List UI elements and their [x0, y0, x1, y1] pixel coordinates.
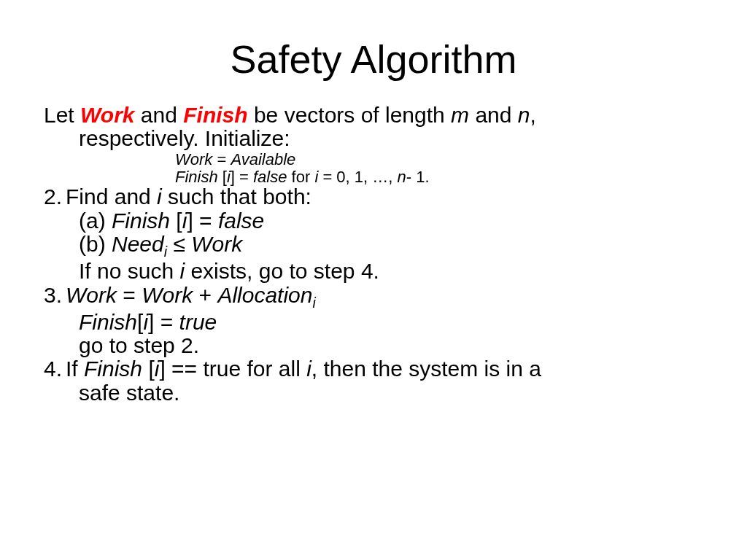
step-number: 2.	[44, 185, 66, 209]
keyword-finish: Finish	[183, 103, 247, 127]
text: Let	[44, 103, 80, 127]
text: (b)	[79, 232, 112, 256]
step-number: 3.	[44, 284, 66, 307]
var-work: Work	[66, 283, 117, 307]
text: ] == true for all	[159, 357, 306, 381]
text: ] =	[187, 209, 218, 233]
var-m: m	[451, 103, 469, 127]
var-work: Work	[175, 150, 212, 168]
step-3-line-2: Finish[i] = true	[44, 311, 703, 334]
slide-title: Safety Algorithm	[44, 36, 703, 82]
step-2-cond-a: (a) Finish [i] = false	[44, 209, 703, 233]
step-1-line-1: Let Work and Finish be vectors of length…	[44, 104, 703, 127]
var-work: Work	[142, 283, 193, 307]
text: ] =	[231, 168, 253, 186]
text: for	[287, 168, 314, 186]
text: and	[135, 103, 184, 127]
text: +	[193, 283, 217, 307]
text: = 0, 1, …,	[318, 168, 397, 186]
subscript-i: i	[312, 295, 315, 311]
step-3-line-3: go to step 2.	[44, 334, 703, 357]
step-2-cond-b: (b) Needi ≤ Work	[44, 233, 703, 260]
step-2-line-1: 2.Find and i such that both:	[44, 185, 703, 209]
var-n: n	[398, 168, 406, 186]
var-i: i	[306, 357, 311, 381]
text: , then the system is in a	[311, 357, 541, 381]
keyword-work: Work	[80, 103, 134, 127]
text: ] =	[148, 310, 179, 334]
slide-body: Let Work and Finish be vectors of length…	[44, 104, 703, 405]
slide: Safety Algorithm Let Work and Finish be …	[0, 0, 747, 560]
var-finish: Finish	[79, 310, 137, 334]
text: =	[117, 283, 142, 307]
text: exists, go to step 4.	[185, 259, 379, 283]
step-1-init-1: Work = Available	[44, 151, 703, 168]
text: [	[176, 209, 182, 233]
text: If	[66, 357, 84, 381]
step-4-line-2: safe state.	[44, 381, 703, 405]
step-3-line-1: 3.Work = Work + Allocationi	[44, 284, 703, 311]
text: ,	[530, 103, 536, 127]
var-n: n	[518, 103, 530, 127]
val-true: true	[179, 310, 217, 334]
text: such that both:	[162, 184, 311, 209]
text: =	[212, 150, 231, 168]
text: and	[469, 103, 518, 127]
var-finish: Finish	[175, 168, 222, 186]
step-1-init-2: Finish [i] = false for i = 0, 1, …, n- 1…	[44, 168, 703, 186]
var-finish: Finish	[112, 209, 176, 233]
val-false: false	[218, 209, 264, 233]
step-1-line-2: respectively. Initialize:	[44, 127, 703, 150]
val-false: false	[253, 168, 287, 186]
var-i: i	[157, 184, 162, 209]
step-2-fallback: If no such i exists, go to step 4.	[44, 260, 703, 283]
text: be vectors of length	[248, 103, 452, 127]
text: - 1.	[406, 168, 430, 186]
leq-symbol: ≤	[167, 232, 191, 256]
step-number: 4.	[44, 357, 66, 381]
step-4-line-1: 4.If Finish [i] == true for all i, then …	[44, 357, 703, 381]
text: (a)	[79, 209, 112, 233]
var-available: Available	[231, 150, 295, 168]
var-finish: Finish	[84, 357, 148, 381]
var-work: Work	[191, 232, 242, 256]
text: If no such	[79, 259, 179, 283]
text: Find and	[66, 184, 157, 209]
var-allocation: Allocation	[217, 283, 312, 307]
var-need: Need	[112, 232, 164, 256]
text: [	[148, 357, 154, 381]
